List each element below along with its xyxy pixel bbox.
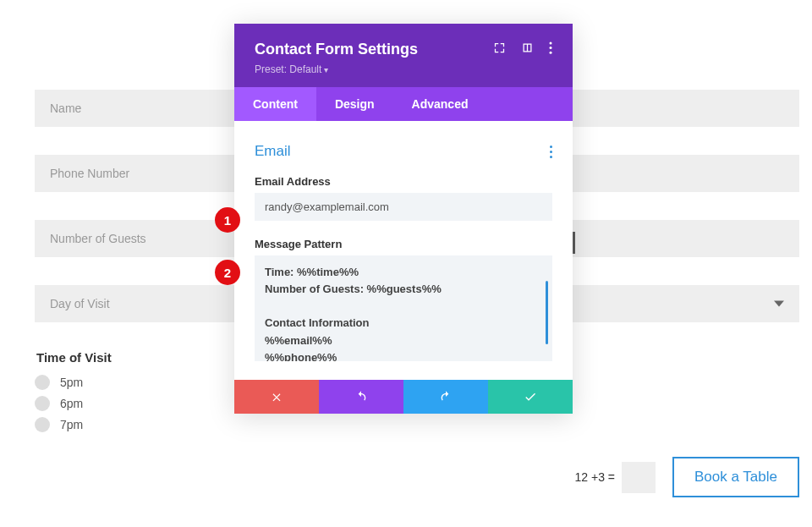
- annotation-badge-2: 2: [215, 260, 240, 285]
- phone-placeholder: Phone Number: [50, 167, 129, 180]
- modal-header: Contact Form Settings Preset: Default: [234, 24, 573, 87]
- modal-header-icons: [493, 41, 552, 58]
- check-icon: [524, 390, 537, 403]
- preset-dropdown[interactable]: Preset: Default: [255, 63, 552, 75]
- tab-design[interactable]: Design: [316, 87, 393, 121]
- modal-footer: [234, 380, 573, 414]
- radio-item-7pm[interactable]: 7pm: [35, 417, 799, 432]
- scrollbar-thumb[interactable]: [546, 281, 548, 344]
- modal-title: Contact Form Settings: [255, 41, 418, 58]
- radio-icon: [35, 375, 50, 390]
- submit-button[interactable]: Book a Table: [672, 457, 799, 497]
- radio-label: 6pm: [60, 397, 83, 410]
- radio-label: 7pm: [60, 418, 83, 431]
- guests-placeholder: Number of Guests: [50, 232, 146, 245]
- radio-icon: [35, 396, 50, 411]
- settings-modal: Contact Form Settings Preset: Default Co…: [234, 24, 573, 414]
- tab-advanced[interactable]: Advanced: [393, 87, 487, 121]
- modal-tabs: Content Design Advanced: [234, 87, 573, 121]
- close-button[interactable]: [234, 380, 319, 414]
- section-options-icon[interactable]: [550, 145, 552, 158]
- undo-button[interactable]: [319, 380, 403, 414]
- svg-point-2: [550, 52, 552, 54]
- bottom-row: 12 +3 = Book a Table: [575, 457, 799, 497]
- undo-icon: [354, 390, 368, 403]
- tab-content[interactable]: Content: [234, 87, 316, 121]
- modal-body: Email Email Address Message Pattern: [234, 121, 573, 380]
- message-pattern-textarea[interactable]: [255, 255, 552, 361]
- day-placeholder: Day of Visit: [50, 297, 110, 310]
- redo-icon: [439, 390, 453, 403]
- section-title-email[interactable]: Email: [255, 143, 291, 160]
- svg-point-1: [550, 47, 552, 49]
- expand-icon[interactable]: [493, 41, 506, 58]
- captcha-input[interactable]: [622, 462, 656, 493]
- captcha-question: 12 +3 =: [575, 470, 616, 484]
- annotation-badge-1: 1: [215, 207, 240, 233]
- radio-icon: [35, 417, 50, 432]
- layout-icon[interactable]: [521, 41, 534, 58]
- email-address-label: Email Address: [255, 175, 552, 188]
- redo-button[interactable]: [403, 380, 488, 414]
- name-placeholder: Name: [50, 102, 81, 115]
- message-pattern-label: Message Pattern: [255, 238, 552, 250]
- close-icon: [271, 391, 283, 403]
- radio-label: 5pm: [60, 376, 83, 389]
- save-button[interactable]: [488, 380, 573, 414]
- more-icon[interactable]: [549, 41, 552, 58]
- svg-point-0: [550, 41, 552, 44]
- email-address-input[interactable]: [255, 193, 552, 221]
